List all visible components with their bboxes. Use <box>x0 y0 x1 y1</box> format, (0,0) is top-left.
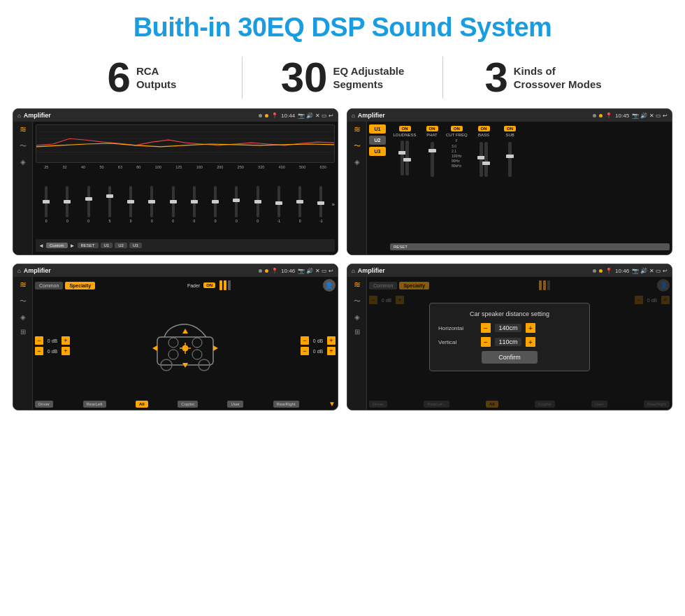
eq-freq-labels: 253240506380100125160200250320400500630 <box>36 165 335 169</box>
distance-dialog: Car speaker distance setting Horizontal … <box>429 303 590 371</box>
sp-home-icon: ⌂ <box>17 268 21 274</box>
sp-eq-icon: ≋ <box>20 280 27 289</box>
eq-u2-btn[interactable]: U2 <box>115 243 127 248</box>
cr-reset-btn[interactable]: RESET <box>390 243 670 250</box>
horizontal-label: Horizontal <box>438 325 477 331</box>
sp-db-plus-3[interactable]: + <box>327 336 336 345</box>
svg-point-11 <box>182 345 188 351</box>
cr-u1-btn[interactable]: U1 <box>369 124 386 134</box>
sub-on-btn[interactable]: ON <box>504 126 516 131</box>
stat-item-crossover: 3 Kinds of Crossover Modes <box>443 57 643 99</box>
bass-label: BASS <box>478 133 489 137</box>
sp-driver-btn[interactable]: Driver <box>35 401 53 408</box>
home-icon: ⌂ <box>17 113 21 119</box>
vertical-value: 110cm <box>495 338 521 346</box>
sp-db-val-3: 0 dB <box>310 338 326 343</box>
vertical-label: Vertical <box>438 339 477 345</box>
sp-copilot-btn[interactable]: Copilot <box>178 401 198 408</box>
eq-prev-btn[interactable]: ◄ <box>38 243 44 249</box>
dist-screen-title: Amplifier <box>358 267 385 274</box>
dist-home-icon: ⌂ <box>352 268 355 274</box>
cr-eq-icon: ≋ <box>354 124 361 134</box>
eq-status-bar: ⌂ Amplifier 📍 10:44 📷 🔊 ✕ ▭ ↩ <box>13 109 338 122</box>
eq-bottom-bar: ◄ Custom ► RESET U1 U2 U3 <box>36 239 335 252</box>
sub-label: SUB <box>505 133 514 137</box>
stats-row: 6 RCA Outputs 30 EQ Adjustable Segments … <box>0 50 685 108</box>
eq-more-icon[interactable]: » <box>332 201 335 208</box>
sp-db-val-1: 0 dB <box>45 338 60 343</box>
sp-all-btn[interactable]: All <box>136 401 148 408</box>
stat-item-eq: 30 EQ Adjustable Segments <box>243 57 442 99</box>
eq-left-panel: ≋ 〜 ◈ <box>13 122 33 255</box>
sp-db-minus-3[interactable]: − <box>301 336 309 345</box>
cr-u3-btn[interactable]: U3 <box>369 147 386 156</box>
cutfreq-on-btn[interactable]: ON <box>451 126 463 131</box>
sp-status-bar: ⌂ Amplifier 📍 10:46 📷 🔊 ✕ ▭ ↩ <box>13 264 338 277</box>
svg-marker-19 <box>213 345 218 351</box>
crossover-screen: ⌂ Amplifier 📍 10:45 📷 🔊 ✕ ▭ ↩ ≋ 〜 ◈ U1 U… <box>347 108 672 255</box>
sp-time: 10:46 <box>281 268 295 274</box>
bass-on-btn[interactable]: ON <box>478 126 490 131</box>
page-title: Buith-in 30EQ DSP Sound System <box>0 0 685 50</box>
stat-number-3: 3 <box>484 57 507 99</box>
dialog-title: Car speaker distance setting <box>438 310 581 317</box>
dist-time: 10:46 <box>615 268 629 274</box>
stat-label-rca: RCA Outputs <box>136 64 177 92</box>
dist-specialty-tab[interactable]: Specialty <box>399 282 429 289</box>
cr-wave-icon: 〜 <box>354 141 361 151</box>
vertical-plus-btn[interactable]: + <box>526 337 535 347</box>
cr-time: 10:45 <box>615 113 629 119</box>
cr-vol-icon: ◈ <box>354 158 360 166</box>
sp-db-minus-2[interactable]: − <box>35 347 43 355</box>
speaker-screen: ⌂ Amplifier 📍 10:46 📷 🔊 ✕ ▭ ↩ ≋ 〜 ◈ ⊞ Co… <box>13 264 338 410</box>
eq-play-btn[interactable]: ► <box>70 243 75 249</box>
cr-u2-btn[interactable]: U2 <box>369 136 386 145</box>
sp-fader-on[interactable]: ON <box>203 282 215 288</box>
phat-on-btn[interactable]: ON <box>426 126 438 131</box>
sp-location-icon: 📍 <box>271 268 278 274</box>
sp-left-panel: ≋ 〜 ◈ ⊞ <box>13 277 33 410</box>
eq-u3-btn[interactable]: U3 <box>129 243 142 248</box>
loudness-label: LOUDNESS <box>393 133 416 137</box>
dist-wave-icon: 〜 <box>354 296 361 306</box>
sp-rearleft-btn[interactable]: RearLeft <box>83 401 106 408</box>
confirm-button[interactable]: Confirm <box>482 351 538 364</box>
eq-time: 10:44 <box>281 113 295 119</box>
stat-number-30: 30 <box>281 57 328 99</box>
sp-fader-label: Fader <box>187 283 200 288</box>
sp-db-plus-4[interactable]: + <box>327 347 336 355</box>
cr-left-panel: ≋ 〜 ◈ <box>347 122 367 255</box>
dist-eq-icon: ≋ <box>354 280 361 289</box>
horizontal-minus-btn[interactable]: − <box>481 323 491 333</box>
eq-u1-btn[interactable]: U1 <box>101 243 113 248</box>
cr-screen-title: Amplifier <box>358 112 385 119</box>
sp-wave-icon: 〜 <box>20 296 27 306</box>
eq-custom-btn[interactable]: Custom <box>46 243 68 248</box>
dist-fader-icon: ⊞ <box>354 328 360 336</box>
sp-db-plus-2[interactable]: + <box>62 347 70 355</box>
svg-point-8 <box>192 338 202 348</box>
sp-common-tab[interactable]: Common <box>35 282 63 289</box>
horizontal-value: 140cm <box>495 324 521 332</box>
dist-status-bar: ⌂ Amplifier 📍 10:46 📷 🔊 ✕ ▭ ↩ <box>347 264 672 277</box>
screens-grid: ⌂ Amplifier 📍 10:44 📷 🔊 ✕ ▭ ↩ ≋ 〜 ◈ <box>0 108 685 417</box>
sp-avatar: 👤 <box>323 279 336 292</box>
svg-marker-16 <box>182 329 188 334</box>
sp-rearright-btn[interactable]: RearRight <box>273 401 299 408</box>
sp-specialty-tab[interactable]: Specialty <box>65 282 95 289</box>
sp-db-minus-4[interactable]: − <box>301 347 309 355</box>
vertical-minus-btn[interactable]: − <box>481 337 491 347</box>
sp-user-btn[interactable]: User <box>227 401 243 408</box>
cr-location-icon: 📍 <box>605 113 612 119</box>
dist-common-tab[interactable]: Common <box>369 282 397 289</box>
loudness-on-btn[interactable]: ON <box>399 126 411 131</box>
horizontal-plus-btn[interactable]: + <box>526 323 535 333</box>
dist-vol-icon: ◈ <box>354 313 360 321</box>
sp-db-minus-1[interactable]: − <box>35 336 43 345</box>
svg-point-10 <box>192 350 202 359</box>
svg-marker-18 <box>152 345 157 351</box>
sp-down-arrow[interactable]: ▼ <box>329 400 336 408</box>
distance-screen: ⌂ Amplifier 📍 10:46 📷 🔊 ✕ ▭ ↩ ≋ 〜 ◈ ⊞ Co… <box>347 264 672 410</box>
sp-db-plus-1[interactable]: + <box>62 336 70 345</box>
eq-reset-btn[interactable]: RESET <box>78 243 99 248</box>
